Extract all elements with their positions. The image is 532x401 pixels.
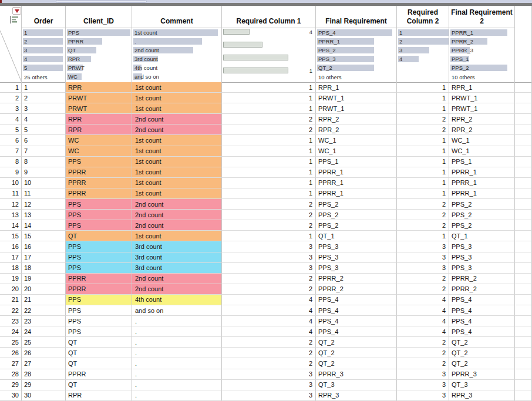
- column-header-comment[interactable]: Comment 1st count.2nd count3rd count4th …: [132, 6, 222, 82]
- row-number[interactable]: 26: [0, 348, 22, 358]
- cell-client-id[interactable]: QT: [66, 337, 132, 348]
- cell-final-requirement-2[interactable]: PPS_2: [449, 210, 515, 220]
- cell-order[interactable]: 26: [22, 348, 66, 358]
- cell-required-column-1[interactable]: 3: [222, 252, 316, 263]
- cell-required-column-1[interactable]: 3: [222, 369, 316, 380]
- cell-required-column-1[interactable]: 2: [222, 274, 316, 284]
- cell-order[interactable]: 4: [22, 114, 66, 124]
- cell-final-requirement[interactable]: QT_2: [316, 337, 397, 348]
- cell-required-column-2[interactable]: 3: [397, 390, 449, 401]
- cell-order[interactable]: 9: [22, 167, 66, 178]
- cell-final-requirement-2[interactable]: PPS_4: [449, 326, 515, 337]
- cell-order[interactable]: 1: [22, 82, 66, 93]
- cell-final-requirement-2[interactable]: PPRR_2: [449, 274, 515, 284]
- cell-comment[interactable]: 3rd count: [132, 252, 222, 263]
- cell-required-column-1[interactable]: 2: [222, 124, 316, 135]
- cell-comment[interactable]: 1st count: [132, 135, 222, 146]
- cell-required-column-2[interactable]: 1: [397, 231, 449, 241]
- cell-final-requirement-2[interactable]: QT_2: [449, 337, 515, 348]
- histogram-bar[interactable]: [223, 29, 250, 35]
- cell-final-requirement[interactable]: PPRR_1: [316, 178, 397, 188]
- cell-final-requirement-2[interactable]: QT_2: [449, 358, 515, 369]
- cell-final-requirement[interactable]: PPS_3: [316, 263, 397, 274]
- cell-order[interactable]: 3: [22, 103, 66, 114]
- cell-client-id[interactable]: RPR: [66, 82, 132, 93]
- cell-final-requirement[interactable]: PPS_3: [316, 241, 397, 252]
- cell-client-id[interactable]: PPRR: [66, 167, 132, 178]
- cell-final-requirement[interactable]: PPRR_1: [316, 188, 397, 199]
- cell-comment[interactable]: .: [132, 369, 222, 380]
- cell-order[interactable]: 2: [22, 93, 66, 103]
- cell-final-requirement-2[interactable]: PPRR_2: [449, 284, 515, 295]
- cell-final-requirement-2[interactable]: PPS_2: [449, 220, 515, 231]
- column-label[interactable]: Final Requirement: [316, 6, 396, 28]
- row-number[interactable]: 22: [0, 305, 22, 316]
- cell-required-column-2[interactable]: 4: [397, 295, 449, 305]
- cell-comment[interactable]: 1st count: [132, 157, 222, 167]
- cell-client-id[interactable]: PPS: [66, 263, 132, 274]
- cell-final-requirement-2[interactable]: PPRR_1: [449, 188, 515, 199]
- header-graph-bar[interactable]: [23, 47, 63, 53]
- cell-final-requirement-2[interactable]: QT_1: [449, 231, 515, 241]
- cell-order[interactable]: 12: [22, 199, 66, 210]
- cell-required-column-1[interactable]: 4: [222, 305, 316, 316]
- cell-final-requirement-2[interactable]: WC_1: [449, 146, 515, 157]
- column-header-final-requirement[interactable]: Final Requirement PPS_4PPRR_1PPS_2PPS_3Q…: [316, 6, 397, 82]
- histogram-bar[interactable]: [223, 68, 288, 73]
- cell-required-column-2[interactable]: 3: [397, 380, 449, 390]
- row-number[interactable]: 29: [0, 380, 22, 390]
- cell-required-column-2[interactable]: 4: [397, 305, 449, 316]
- cell-comment[interactable]: 1st count: [132, 167, 222, 178]
- cell-order[interactable]: 20: [22, 284, 66, 295]
- cell-order[interactable]: 14: [22, 220, 66, 231]
- cell-order[interactable]: 29: [22, 380, 66, 390]
- cell-comment[interactable]: 2nd count: [132, 114, 222, 124]
- cell-required-column-1[interactable]: 1: [222, 103, 316, 114]
- cell-comment[interactable]: .: [132, 326, 222, 337]
- cell-order[interactable]: 24: [22, 326, 66, 337]
- cell-final-requirement[interactable]: PPS_2: [316, 210, 397, 220]
- cell-comment[interactable]: 4th count: [132, 295, 222, 305]
- cell-comment[interactable]: 2nd count: [132, 284, 222, 295]
- cell-comment[interactable]: 1st count: [132, 231, 222, 241]
- cell-required-column-2[interactable]: 2: [397, 274, 449, 284]
- cell-client-id[interactable]: RPR: [66, 390, 132, 401]
- cell-required-column-2[interactable]: 1: [397, 157, 449, 167]
- cell-required-column-1[interactable]: 1: [222, 178, 316, 188]
- cell-order[interactable]: 10: [22, 178, 66, 188]
- cell-final-requirement[interactable]: QT_2: [316, 358, 397, 369]
- row-number[interactable]: 27: [0, 358, 22, 369]
- cell-final-requirement[interactable]: PPS_4: [316, 316, 397, 326]
- row-number[interactable]: 28: [0, 369, 22, 380]
- cell-required-column-2[interactable]: 2: [397, 220, 449, 231]
- cell-required-column-2[interactable]: 2: [397, 358, 449, 369]
- cell-order[interactable]: 30: [22, 390, 66, 401]
- row-number[interactable]: 13: [0, 210, 22, 220]
- cell-required-column-1[interactable]: 1: [222, 93, 316, 103]
- cell-required-column-2[interactable]: 4: [397, 326, 449, 337]
- header-graph-bar[interactable]: [398, 38, 449, 45]
- cell-required-column-2[interactable]: 2: [397, 210, 449, 220]
- cell-order[interactable]: 5: [22, 124, 66, 135]
- cell-comment[interactable]: .: [132, 390, 222, 401]
- cell-final-requirement-2[interactable]: PPS_3: [449, 241, 515, 252]
- header-graph-bar[interactable]: [23, 56, 63, 62]
- cell-final-requirement[interactable]: PPS_2: [316, 199, 397, 210]
- cell-final-requirement[interactable]: WC_1: [316, 135, 397, 146]
- cell-comment[interactable]: 1st count: [132, 82, 222, 93]
- cell-required-column-1[interactable]: 2: [222, 337, 316, 348]
- row-number[interactable]: 12: [0, 199, 22, 210]
- cell-required-column-1[interactable]: 2: [222, 220, 316, 231]
- cell-order[interactable]: 23: [22, 316, 66, 326]
- column-header-required-column-1[interactable]: Required Column 1 41: [222, 6, 316, 82]
- cell-final-requirement-2[interactable]: PPRR_1: [449, 167, 515, 178]
- cell-required-column-1[interactable]: 3: [222, 380, 316, 390]
- cell-required-column-1[interactable]: 2: [222, 114, 316, 124]
- cell-final-requirement-2[interactable]: PPS_4: [449, 316, 515, 326]
- cell-final-requirement[interactable]: QT_1: [316, 231, 397, 241]
- cell-order[interactable]: 25: [22, 337, 66, 348]
- column-header-order[interactable]: Order 1234525 others: [22, 6, 66, 82]
- cell-final-requirement-2[interactable]: PPS_1: [449, 157, 515, 167]
- cell-comment[interactable]: .: [132, 348, 222, 358]
- row-number[interactable]: 20: [0, 284, 22, 295]
